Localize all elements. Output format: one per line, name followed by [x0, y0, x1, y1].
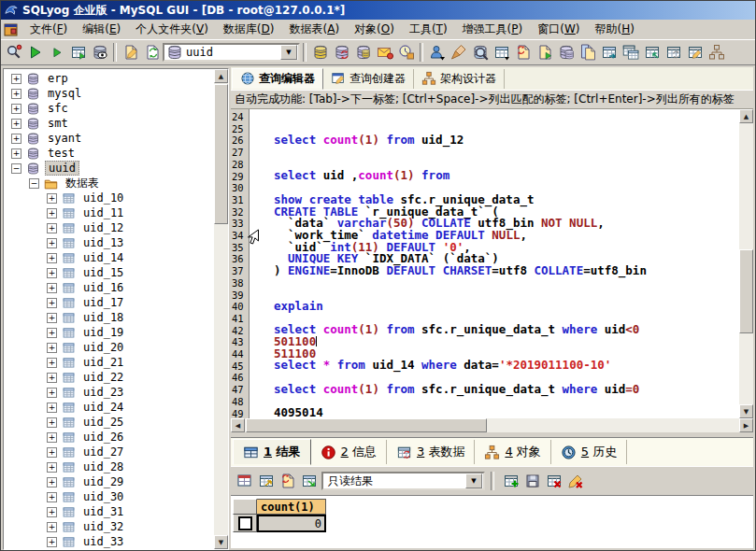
- tree-expander-icon[interactable]: +: [47, 462, 57, 473]
- tree-item-uid_27[interactable]: +uid_27: [4, 445, 214, 459]
- tree-expander-icon[interactable]: +: [47, 223, 57, 233]
- database-sync-button[interactable]: [555, 42, 577, 64]
- editor-scroll-left-button[interactable]: ◀: [231, 418, 245, 432]
- tree-item-uid_30[interactable]: +uid_30: [4, 489, 214, 504]
- result-mode-dropdown-button[interactable]: ▼: [465, 473, 482, 488]
- tree-scroll-up-button[interactable]: ▲: [214, 69, 228, 83]
- database-combo-dropdown-button[interactable]: ▼: [280, 45, 297, 60]
- tree-item-sfc[interactable]: +sfc: [4, 101, 214, 116]
- export-data-button[interactable]: [598, 42, 620, 64]
- tree-item-uid_25[interactable]: +uid_25: [4, 415, 214, 430]
- tree-item-uuid[interactable]: −uuid: [4, 161, 214, 176]
- sql-code-area[interactable]: select count(1) from uid_12select uid ,c…: [250, 109, 739, 418]
- tree-expander-icon[interactable]: +: [47, 208, 57, 219]
- tree-expander-icon[interactable]: +: [47, 283, 57, 293]
- menu-item-3[interactable]: 数据库(D): [216, 20, 282, 39]
- tree-expander-icon[interactable]: +: [11, 89, 21, 99]
- create-database-button[interactable]: [309, 42, 331, 64]
- query-notes-button[interactable]: [120, 42, 141, 64]
- tree-item-uid_19[interactable]: +uid_19: [4, 325, 214, 340]
- execute-sql-file-button[interactable]: [534, 42, 555, 64]
- menu-item-7[interactable]: 增强工具(P): [455, 20, 531, 39]
- tree-expander-icon[interactable]: +: [47, 268, 57, 278]
- delete-row-button[interactable]: [543, 471, 564, 492]
- cancel-changes-button[interactable]: [564, 471, 586, 492]
- execute-and-show-grid-button[interactable]: [67, 42, 89, 64]
- grid-view-button[interactable]: [234, 471, 255, 492]
- tab-messages[interactable]: 2 信息: [311, 440, 387, 464]
- tree-item-uid_31[interactable]: +uid_31: [4, 504, 214, 519]
- copy-table-button[interactable]: [512, 42, 534, 64]
- tab-table-data[interactable]: 3 表数据: [387, 440, 475, 464]
- tree-item-uid_17[interactable]: +uid_17: [4, 295, 214, 310]
- menu-item-4[interactable]: 数据表(A): [281, 20, 347, 39]
- tree-expander-icon[interactable]: +: [47, 253, 57, 263]
- tree-item-uid_28[interactable]: +uid_28: [4, 459, 214, 474]
- tree-expander-icon[interactable]: +: [47, 447, 57, 458]
- tree-item-uid_12[interactable]: +uid_12: [4, 220, 214, 235]
- blob-viewer-button[interactable]: [684, 42, 706, 64]
- menu-item-9[interactable]: 帮助(H): [587, 20, 641, 39]
- refresh-resultset-button[interactable]: [298, 471, 320, 492]
- tree-item-uid_13[interactable]: +uid_13: [4, 235, 214, 250]
- tab-query-builder[interactable]: 查询创建器: [323, 69, 414, 89]
- editor-scroll-up-button[interactable]: ▲: [739, 109, 753, 123]
- insert-update-button[interactable]: [641, 42, 663, 64]
- tab-objects[interactable]: 4 对象: [475, 440, 550, 464]
- tree-expander-icon[interactable]: +: [47, 477, 57, 487]
- tree-expander-icon[interactable]: +: [47, 298, 57, 308]
- tree-item-erp[interactable]: +erp: [4, 71, 214, 86]
- tree-expander-icon[interactable]: +: [47, 328, 57, 338]
- grid-value-cell[interactable]: 0: [257, 515, 326, 532]
- tree-expander-icon[interactable]: +: [47, 373, 57, 383]
- tree-expander-icon[interactable]: +: [47, 403, 57, 413]
- export-resultset-button[interactable]: [255, 471, 277, 492]
- editor-vscrollbar[interactable]: ▲ ▼: [739, 109, 753, 418]
- email-notification-button[interactable]: [374, 42, 395, 64]
- tree-scroll-down-button[interactable]: ▼: [214, 535, 228, 549]
- tree-expander-icon[interactable]: +: [47, 238, 57, 248]
- tree-expander-icon[interactable]: +: [47, 417, 57, 428]
- restore-backup-button[interactable]: [663, 42, 684, 64]
- tree-item-mysql[interactable]: +mysql: [4, 86, 214, 101]
- export-to-csv-button[interactable]: [277, 471, 298, 492]
- tree-expander-icon[interactable]: +: [47, 343, 57, 353]
- tree-item-uid_32[interactable]: +uid_32: [4, 519, 214, 534]
- structure-sync-button[interactable]: [577, 42, 598, 64]
- tab-schema-designer[interactable]: 架构设计器: [414, 69, 505, 89]
- tree-expander-icon[interactable]: −: [11, 163, 21, 174]
- mdi-child-icon[interactable]: [4, 22, 19, 37]
- tree-item-uid_18[interactable]: +uid_18: [4, 310, 214, 325]
- tree-expander-icon[interactable]: +: [11, 104, 21, 114]
- tree-expander-icon[interactable]: +: [47, 358, 57, 368]
- copy-database-button[interactable]: [352, 42, 374, 64]
- tree-scroll-thumb[interactable]: [214, 84, 228, 224]
- insert-row-button[interactable]: [500, 471, 521, 492]
- refresh-object-browser-button[interactable]: [141, 42, 163, 64]
- schema-sync-button[interactable]: [706, 42, 727, 64]
- tree-expander-icon[interactable]: +: [11, 148, 21, 159]
- tree-expander-icon[interactable]: +: [47, 193, 57, 204]
- tree-item-数据表[interactable]: −数据表: [4, 176, 214, 191]
- tree-expander-icon[interactable]: +: [47, 537, 57, 547]
- editor-scroll-right-button[interactable]: ▶: [739, 418, 753, 432]
- tree-item-uid_24[interactable]: +uid_24: [4, 400, 214, 415]
- flush-tools-button[interactable]: [448, 42, 469, 64]
- tree-expander-icon[interactable]: +: [47, 388, 57, 398]
- tree-item-uid_20[interactable]: +uid_20: [4, 340, 214, 355]
- show-processlist-button[interactable]: [469, 42, 491, 64]
- editor-vscroll-thumb[interactable]: [739, 249, 753, 333]
- execute-current-query-button[interactable]: [46, 42, 67, 64]
- tab-results[interactable]: 1 结果: [233, 439, 311, 465]
- tree-item-uid_23[interactable]: +uid_23: [4, 385, 214, 400]
- menu-item-6[interactable]: 工具(T): [402, 20, 455, 39]
- tree-item-smt[interactable]: +smt: [4, 116, 214, 131]
- tree-item-uid_21[interactable]: +uid_21: [4, 355, 214, 370]
- menu-item-1[interactable]: 编辑(E): [75, 20, 128, 39]
- tree-item-uid_16[interactable]: +uid_16: [4, 280, 214, 295]
- sql-editor[interactable]: 2425262728293031323334353637383940414243…: [231, 109, 753, 418]
- menu-item-5[interactable]: 对象(O): [347, 20, 402, 39]
- menu-item-8[interactable]: 窗口(W): [530, 20, 587, 39]
- tree-expander-icon[interactable]: +: [47, 432, 57, 443]
- database-combo[interactable]: uuid▼: [163, 43, 300, 62]
